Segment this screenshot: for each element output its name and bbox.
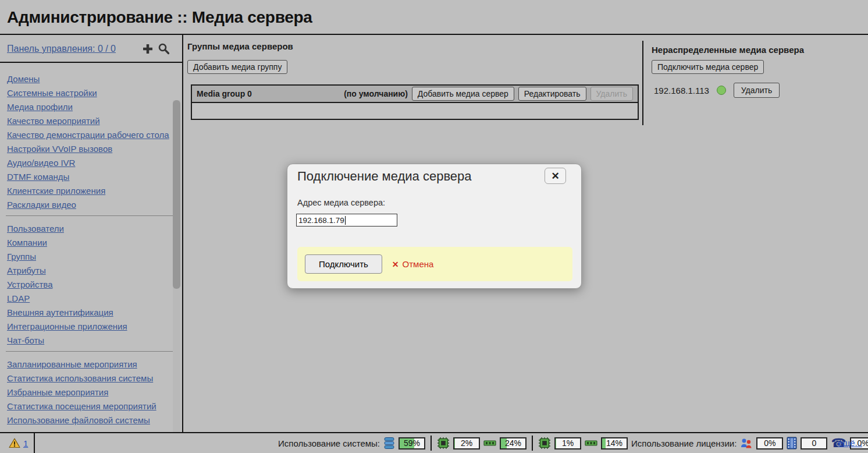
media-group-empty-row bbox=[192, 103, 638, 119]
connect-submit-button[interactable]: Подключить bbox=[305, 254, 382, 274]
default-group-label: (по умолчанию) bbox=[344, 89, 408, 98]
sidebar-item-external-auth[interactable]: Внешняя аутентификация bbox=[7, 307, 175, 318]
ram-usage-meter: 24% bbox=[500, 437, 527, 450]
unassigned-server-row: 192.168.1.113 Удалить bbox=[654, 83, 780, 98]
disk-usage-meter: 59% bbox=[399, 437, 425, 450]
sidebar-item-client-apps[interactable]: Клиентские приложения bbox=[7, 186, 175, 196]
address-input-value: 192.168.1.79 bbox=[298, 216, 344, 225]
sidebar-item-desktop-sharing-quality[interactable]: Качество демонстрации рабочего стола bbox=[7, 130, 175, 140]
statusbar-divider bbox=[34, 433, 35, 453]
sidebar-item-devices[interactable]: Устройства bbox=[7, 279, 175, 290]
cancel-label: Отмена bbox=[403, 259, 434, 269]
dialog-footer: Подключить ✕ Отмена bbox=[297, 247, 572, 281]
sidebar-item-dtmf-commands[interactable]: DTMF команды bbox=[7, 172, 175, 182]
media-group-table: Media group 0 (по умолчанию) Добавить ме… bbox=[191, 84, 639, 120]
film-icon bbox=[787, 437, 797, 450]
sidebar-item-system-settings[interactable]: Системные настройки bbox=[7, 88, 175, 98]
sidebar-scrollbar[interactable] bbox=[173, 100, 180, 453]
sidebar: Панель управления: 0 / 0 Домены Системны… bbox=[0, 35, 183, 432]
search-icon[interactable] bbox=[158, 43, 170, 55]
admin-media-servers-page: Администрирование :: Медиа сервера Панел… bbox=[0, 0, 868, 453]
media-group-name: Media group 0 bbox=[197, 89, 252, 98]
sidebar-item-ldap[interactable]: LDAP bbox=[7, 293, 175, 304]
delete-group-button: Удалить bbox=[590, 87, 633, 101]
control-panel-link[interactable]: Панель управления: 0 / 0 bbox=[7, 44, 116, 54]
database-icon bbox=[383, 437, 395, 450]
system-usage-label: Использование системы: bbox=[278, 438, 380, 448]
statusbar-divider bbox=[431, 436, 432, 451]
server-online-indicator bbox=[717, 86, 726, 95]
sidebar-item-chat-bots[interactable]: Чат-боты bbox=[7, 335, 175, 346]
more-link[interactable]: ещё... bbox=[838, 438, 862, 448]
media-server-address-input[interactable]: 192.168.1.79 bbox=[296, 214, 397, 226]
sidebar-item-domains[interactable]: Домены bbox=[7, 74, 175, 84]
sidebar-item-scheduled-events[interactable]: Запланированные мероприятия bbox=[7, 359, 175, 370]
connect-media-server-dialog: Подключение медиа сервера ✕ Адрес медиа … bbox=[287, 164, 582, 289]
status-bar: 1 Использование системы: 59% 2% 24% 1% bbox=[0, 432, 868, 453]
sidebar-item-attributes[interactable]: Атрибуты bbox=[7, 266, 175, 276]
usage-cluster: Использование системы: 59% 2% 24% 1% 14% bbox=[278, 433, 868, 453]
cpu-icon bbox=[437, 437, 450, 450]
address-label: Адрес медиа сервера: bbox=[297, 198, 385, 207]
sidebar-item-vvoip-settings[interactable]: Настройки VVoIP вызовов bbox=[7, 144, 175, 154]
sidebar-nav: Домены Системные настройки Медиа профили… bbox=[0, 63, 182, 426]
cpu-usage-meter: 2% bbox=[453, 437, 480, 450]
sidebar-divider bbox=[6, 351, 173, 352]
server-address: 192.168.1.113 bbox=[654, 86, 709, 95]
text-caret bbox=[345, 216, 346, 225]
sidebar-item-system-usage-stats[interactable]: Статистика использования системы bbox=[7, 373, 175, 384]
add-media-server-button[interactable]: Добавить медиа сервер bbox=[412, 87, 514, 101]
users-icon bbox=[740, 437, 753, 449]
edit-group-button[interactable]: Редактировать bbox=[518, 87, 586, 101]
media-group-row: Media group 0 (по умолчанию) Добавить ме… bbox=[192, 86, 638, 103]
sidebar-item-event-quality[interactable]: Качество мероприятий bbox=[7, 116, 175, 126]
warning-count-link[interactable]: 1 bbox=[23, 438, 28, 448]
sidebar-item-filesystem-usage[interactable]: Использование файловой системы bbox=[7, 415, 175, 426]
control-panel-box: Панель управления: 0 / 0 bbox=[0, 35, 182, 63]
cpu-icon bbox=[538, 437, 551, 450]
license-recordings-meter: 0 bbox=[801, 437, 827, 450]
media-groups-title: Группы медиа серверов bbox=[187, 41, 293, 51]
sidebar-item-users[interactable]: Пользователи bbox=[7, 224, 175, 234]
sidebar-item-integration-apps[interactable]: Интеграционные приложения bbox=[7, 321, 175, 332]
delete-server-button[interactable]: Удалить bbox=[734, 83, 780, 98]
page-title: Администрирование :: Медиа сервера bbox=[7, 8, 312, 27]
sidebar-divider bbox=[6, 215, 173, 216]
ram-icon bbox=[585, 438, 597, 448]
connect-media-server-button[interactable]: Подключить медиа сервер bbox=[652, 60, 764, 74]
ram-icon bbox=[483, 438, 496, 448]
add-icon[interactable] bbox=[141, 43, 154, 55]
sidebar-item-event-attendance-stats[interactable]: Статистика посещения мероприятий bbox=[7, 401, 175, 412]
sidebar-scrollbar-thumb[interactable] bbox=[173, 100, 180, 289]
panel-divider bbox=[642, 41, 643, 125]
sidebar-item-media-profiles[interactable]: Медиа профили bbox=[7, 102, 175, 112]
sidebar-item-companies[interactable]: Компании bbox=[7, 238, 175, 248]
add-media-group-button[interactable]: Добавить медиа группу bbox=[187, 60, 287, 74]
cancel-x-icon: ✕ bbox=[392, 260, 399, 269]
sidebar-item-av-ivr[interactable]: Аудио/видео IVR bbox=[7, 158, 175, 168]
ram2-usage-meter: 14% bbox=[601, 437, 628, 450]
statusbar-divider bbox=[532, 436, 533, 451]
cpu2-usage-meter: 1% bbox=[554, 437, 581, 450]
license-usage-label: Использование лицензии: bbox=[631, 438, 737, 448]
sidebar-item-favorite-events[interactable]: Избранные мероприятия bbox=[7, 387, 175, 398]
page-header: Администрирование :: Медиа сервера bbox=[0, 0, 868, 35]
close-icon[interactable]: ✕ bbox=[545, 168, 566, 184]
sidebar-item-groups[interactable]: Группы bbox=[7, 252, 175, 262]
cancel-link[interactable]: ✕ Отмена bbox=[392, 259, 434, 269]
warning-icon bbox=[9, 438, 20, 448]
sidebar-item-video-layouts[interactable]: Раскладки видео bbox=[7, 200, 175, 210]
license-users-meter: 0% bbox=[756, 437, 783, 450]
warnings-block: 1 bbox=[9, 438, 28, 448]
unassigned-servers-title: Нераспределенные медиа сервера bbox=[652, 45, 804, 55]
dialog-title: Подключение медиа сервера bbox=[297, 169, 472, 184]
